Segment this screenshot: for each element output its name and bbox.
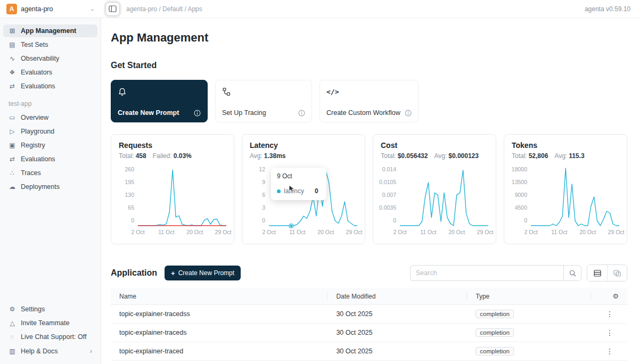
sidebar-item-playground[interactable]: ▷Playground xyxy=(3,125,97,138)
bell-icon xyxy=(118,86,201,97)
y-axis-tick: 195 xyxy=(125,179,134,185)
sidebar: ⊞App Management▤Test Sets∿Observability❖… xyxy=(0,18,101,364)
stat-value: 1.38ms xyxy=(264,152,286,160)
table-row[interactable]: career-assessment27 Oct 2025completion⋮ xyxy=(111,361,627,364)
sidebar-item-test-sets[interactable]: ▤Test Sets xyxy=(3,38,97,51)
sidebar-item-label: Playground xyxy=(21,128,54,135)
tokens-chart-card: Tokens Total:52,806 Avg:115.3 1800013500… xyxy=(504,134,627,244)
x-axis-tick: 20 Oct xyxy=(317,229,334,235)
workspace-selector[interactable]: A agenta-pro ⌄ xyxy=(0,0,101,18)
x-axis-tick: 2 Oct xyxy=(393,229,406,235)
tracing-icon xyxy=(222,86,305,97)
y-axis-tick: 0 xyxy=(524,217,527,224)
sidebar-item-app-management[interactable]: ⊞App Management xyxy=(3,24,97,37)
get-started-heading: Get Started xyxy=(111,61,627,70)
table-view-icon xyxy=(594,270,601,277)
y-axis: 0.0140.01050.0070.00350 xyxy=(381,166,400,224)
topbar: A agenta-pro ⌄ agenta-pro / Default / Ap… xyxy=(0,0,639,18)
column-header-name: Name xyxy=(111,288,327,305)
stat-label: Avg: xyxy=(434,152,447,160)
sidebar-toggle-button[interactable] xyxy=(105,2,120,16)
sidebar-item-settings[interactable]: ⚙Settings xyxy=(3,303,97,316)
y-axis-tick: 65 xyxy=(128,204,134,211)
stat-label: Total: xyxy=(381,152,396,160)
date-modified-cell: 30 Oct 2025 xyxy=(327,342,467,361)
sidebar-item-label: Evaluations xyxy=(21,155,55,163)
workspace-avatar: A xyxy=(6,4,17,14)
sidebar-item-label: Overview xyxy=(21,114,48,121)
table-view-button[interactable] xyxy=(587,265,607,281)
info-icon[interactable] xyxy=(405,110,412,117)
sidebar-item-observability[interactable]: ∿Observability xyxy=(3,52,97,65)
create-button-label: Create New Prompt xyxy=(178,269,234,277)
row-menu-button[interactable]: ⋮ xyxy=(604,347,616,355)
table-row[interactable]: topic-explainer-tracedss30 Oct 2025compl… xyxy=(111,305,627,324)
table-row[interactable]: topic-explainer-traceds30 Oct 2025comple… xyxy=(111,324,627,342)
chart-tooltip: 9 Oct latency 0 xyxy=(271,168,326,200)
sidebar-item-deployments[interactable]: ☁Deployments xyxy=(3,180,97,193)
row-menu-button[interactable]: ⋮ xyxy=(604,310,616,318)
sidebar-item-evaluations[interactable]: ⇄Evaluations xyxy=(3,80,97,93)
create-new-prompt-button[interactable]: + Create New Prompt xyxy=(165,266,241,280)
search-icon xyxy=(569,270,576,277)
type-cell: completion xyxy=(467,324,591,342)
card-view-button[interactable] xyxy=(607,265,627,281)
workspace-name: agenta-pro xyxy=(21,5,53,13)
search-button[interactable] xyxy=(563,265,581,281)
type-badge: completion xyxy=(476,347,514,355)
sidebar-item-help-docs[interactable]: ▥Help & Docs› xyxy=(3,344,97,358)
overview-icon: ▭ xyxy=(9,114,16,121)
stat-value: 0.03% xyxy=(174,152,192,160)
y-axis-tick: 13500 xyxy=(512,179,527,185)
x-axis: 2 Oct11 Oct20 Oct29 Oct xyxy=(531,226,619,235)
sidebar-item-live-chat-support[interactable]: ◌Live Chat Support: Off xyxy=(3,330,97,343)
y-axis-tick: 0.007 xyxy=(382,192,396,198)
sidebar-item-registry[interactable]: ▣Registry xyxy=(3,139,97,152)
x-axis-tick: 20 Oct xyxy=(579,229,596,235)
view-toggle xyxy=(587,264,627,282)
breadcrumb[interactable]: agenta-pro / Default / Apps xyxy=(126,5,202,13)
type-badge: completion xyxy=(476,328,514,337)
application-header: Application + Create New Prompt xyxy=(111,264,627,282)
get-started-card-label: Create Custom Workflow xyxy=(326,109,400,117)
info-icon[interactable] xyxy=(194,110,201,117)
table-header-row: Name Date Modified Type ⚙ xyxy=(111,288,627,305)
info-icon[interactable] xyxy=(298,110,305,117)
sidebar-item-overview[interactable]: ▭Overview xyxy=(3,111,97,124)
sidebar-item-evaluations-app[interactable]: ⇄Evaluations xyxy=(3,153,97,166)
invite-teammate-icon: △ xyxy=(9,319,16,327)
table-row[interactable]: topic-explainer-traced30 Oct 2025complet… xyxy=(111,342,627,361)
set-up-tracing-card[interactable]: Set Up Tracing xyxy=(215,80,312,122)
table-settings-gear-icon[interactable]: ⚙ xyxy=(612,292,619,300)
tooltip-value: 0 xyxy=(315,187,318,195)
x-axis: 2 Oct11 Oct20 Oct29 Oct xyxy=(138,226,226,235)
create-custom-workflow-card[interactable]: </> Create Custom Workflow xyxy=(320,80,419,122)
row-menu-button[interactable]: ⋮ xyxy=(604,328,616,337)
evaluations-app-icon: ⇄ xyxy=(9,155,16,163)
stat-label: Total: xyxy=(119,152,134,160)
create-new-prompt-card[interactable]: Create New Prompt xyxy=(111,80,208,122)
search-input[interactable] xyxy=(410,265,563,281)
chart-title: Tokens xyxy=(512,141,619,150)
chart-title: Cost xyxy=(381,141,488,150)
y-axis: 129630 xyxy=(250,166,269,224)
sidebar-item-label: Settings xyxy=(21,305,45,313)
series-cost xyxy=(400,170,488,226)
sidebar-item-label: Help & Docs xyxy=(21,348,58,355)
x-axis-tick: 29 Oct xyxy=(608,229,625,235)
stat-value: $0.000123 xyxy=(448,152,479,160)
panel-icon xyxy=(109,5,117,12)
sidebar-item-traces[interactable]: ∴Traces xyxy=(3,167,97,179)
type-cell: completion xyxy=(467,305,591,324)
app-management-icon: ⊞ xyxy=(9,27,16,35)
x-axis-tick: 11 Oct xyxy=(158,229,174,235)
stat-label: Avg: xyxy=(554,152,567,160)
x-axis: 2 Oct11 Oct20 Oct29 Oct xyxy=(400,226,488,235)
sidebar-item-evaluators[interactable]: ❖Evaluators xyxy=(3,66,97,79)
date-modified-cell: 27 Oct 2025 xyxy=(327,361,467,364)
app-name-cell: career-assessment xyxy=(111,361,327,364)
y-axis-tick: 12 xyxy=(259,166,265,172)
y-axis-tick: 9000 xyxy=(515,192,527,198)
sidebar-item-label: Deployments xyxy=(21,183,60,191)
sidebar-item-invite-teammate[interactable]: △Invite Teammate xyxy=(3,317,97,329)
